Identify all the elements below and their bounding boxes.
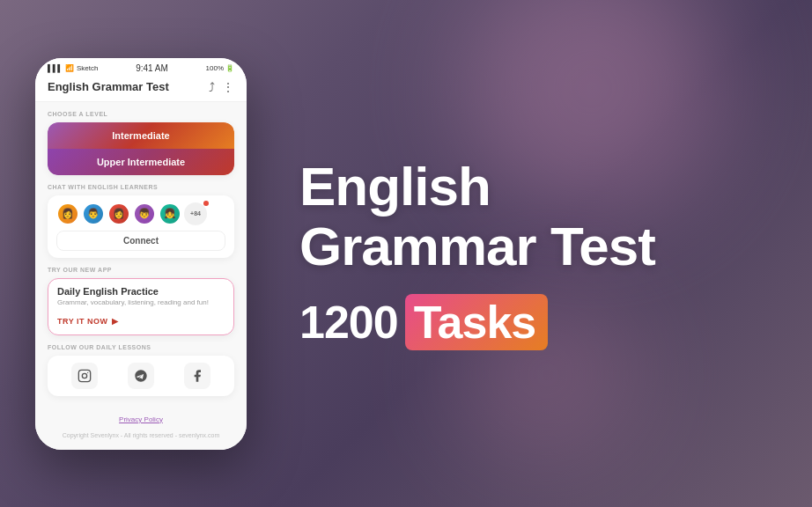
intermediate-button[interactable]: Intermediate (48, 122, 234, 149)
header-icons: ⤴ ⋮ (209, 80, 234, 94)
svg-rect-0 (78, 370, 90, 381)
status-battery: 100% 🔋 (206, 64, 234, 72)
avatar-count-label: +84 (190, 210, 201, 217)
practice-card: Daily English Practice Grammar, vocabula… (48, 278, 234, 335)
carrier-name: Sketch (77, 64, 98, 72)
right-section: English Grammar Test 1200 Tasks (282, 157, 777, 350)
avatar-5: 👧 (159, 202, 181, 225)
tasks-number: 1200 (299, 296, 398, 349)
avatar-4: 👦 (133, 202, 156, 225)
tasks-row: 1200 Tasks (299, 294, 548, 350)
avatar-count: +84 (184, 202, 207, 225)
connect-button[interactable]: Connect (56, 231, 225, 251)
title-line-1: English (299, 157, 655, 217)
phone-mockup: ▌▌▌ 📶 Sketch 9:41 AM 100% 🔋 English Gram… (35, 58, 247, 450)
status-carrier: ▌▌▌ 📶 Sketch (48, 64, 98, 72)
battery-label: 100% (206, 64, 224, 72)
copyright-text: Copyright Sevenlynx - All rights reserve… (63, 432, 220, 438)
upper-intermediate-button[interactable]: Upper Intermediate (48, 149, 234, 175)
chat-card: 👩 👨 👩 👦 👧 +84 Connect (48, 195, 234, 258)
chat-label: CHAT WITH ENGLISH LEARNERS (48, 184, 234, 190)
play-icon: ▶ (112, 317, 119, 326)
avatar-1: 👩 (56, 202, 79, 225)
app-body: CHOOSE A LEVEL Intermediate Upper Interm… (35, 102, 247, 412)
svg-point-2 (87, 371, 88, 372)
share-icon[interactable]: ⤴ (209, 80, 215, 94)
status-bar: ▌▌▌ 📶 Sketch 9:41 AM 100% 🔋 (35, 58, 247, 77)
notification-dot (203, 201, 209, 206)
social-label: FOLLOW OUR DAILY LESSONS (48, 344, 234, 350)
app-footer: Privacy Policy Copyright Sevenlynx - All… (35, 412, 247, 450)
try-btn-label: TRY IT NOW (57, 317, 108, 326)
avatar-3: 👩 (107, 202, 130, 225)
phone-wrapper: ▌▌▌ 📶 Sketch 9:41 AM 100% 🔋 English Gram… (35, 58, 247, 450)
tasks-label: Tasks (405, 294, 549, 350)
battery-icon: 🔋 (225, 64, 234, 72)
app-title: English Grammar Test (48, 80, 169, 93)
try-it-now-button[interactable]: TRY IT NOW ▶ (57, 317, 118, 326)
main-title: English Grammar Test (299, 157, 655, 276)
status-time: 9:41 AM (136, 63, 168, 73)
svg-point-1 (82, 373, 86, 378)
new-app-label: TRY OUR NEW APP (48, 267, 234, 273)
level-card: Intermediate Upper Intermediate (48, 122, 234, 175)
app-header: English Grammar Test ⤴ ⋮ (35, 77, 247, 102)
social-card (48, 356, 234, 396)
main-container: ▌▌▌ 📶 Sketch 9:41 AM 100% 🔋 English Gram… (0, 0, 812, 507)
title-line-2: Grammar Test (299, 217, 655, 276)
choose-level-label: CHOOSE A LEVEL (48, 111, 234, 117)
practice-title: Daily English Practice (57, 286, 225, 297)
facebook-icon[interactable] (184, 363, 210, 389)
telegram-icon[interactable] (128, 363, 154, 389)
practice-subtitle: Grammar, vocabulary, listening, reading … (57, 298, 225, 306)
social-icons (56, 363, 225, 389)
avatar-2: 👨 (82, 202, 105, 225)
privacy-policy-link[interactable]: Privacy Policy (48, 415, 234, 423)
signal-icon: ▌▌▌ (48, 64, 63, 72)
instagram-icon[interactable] (71, 363, 98, 389)
wifi-icon: 📶 (65, 64, 74, 72)
more-icon[interactable]: ⋮ (222, 80, 234, 94)
avatars-row: 👩 👨 👩 👦 👧 +84 (56, 202, 225, 225)
